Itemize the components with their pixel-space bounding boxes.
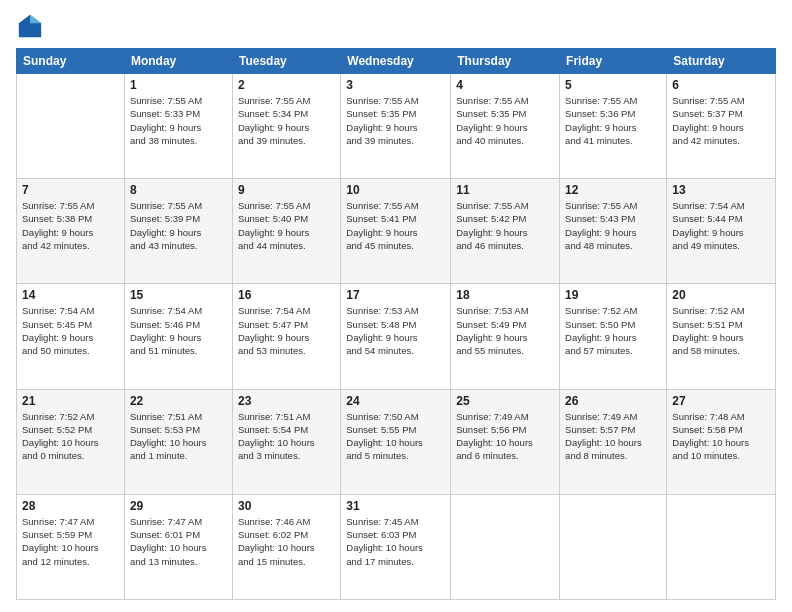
day-number: 4 [456, 78, 554, 92]
day-cell: 3Sunrise: 7:55 AMSunset: 5:35 PMDaylight… [341, 74, 451, 179]
day-number: 21 [22, 394, 119, 408]
day-info: Sunrise: 7:46 AMSunset: 6:02 PMDaylight:… [238, 515, 335, 568]
day-info: Sunrise: 7:53 AMSunset: 5:48 PMDaylight:… [346, 304, 445, 357]
day-header-friday: Friday [560, 49, 667, 74]
day-number: 30 [238, 499, 335, 513]
day-number: 6 [672, 78, 770, 92]
day-header-saturday: Saturday [667, 49, 776, 74]
day-info: Sunrise: 7:55 AMSunset: 5:39 PMDaylight:… [130, 199, 227, 252]
day-info: Sunrise: 7:55 AMSunset: 5:41 PMDaylight:… [346, 199, 445, 252]
day-info: Sunrise: 7:47 AMSunset: 6:01 PMDaylight:… [130, 515, 227, 568]
day-number: 9 [238, 183, 335, 197]
day-number: 11 [456, 183, 554, 197]
day-info: Sunrise: 7:55 AMSunset: 5:37 PMDaylight:… [672, 94, 770, 147]
day-number: 26 [565, 394, 661, 408]
day-cell [667, 494, 776, 599]
header [16, 12, 776, 40]
week-row-3: 21Sunrise: 7:52 AMSunset: 5:52 PMDayligh… [17, 389, 776, 494]
day-number: 22 [130, 394, 227, 408]
day-info: Sunrise: 7:55 AMSunset: 5:34 PMDaylight:… [238, 94, 335, 147]
day-header-monday: Monday [124, 49, 232, 74]
day-number: 12 [565, 183, 661, 197]
day-info: Sunrise: 7:55 AMSunset: 5:38 PMDaylight:… [22, 199, 119, 252]
day-info: Sunrise: 7:55 AMSunset: 5:43 PMDaylight:… [565, 199, 661, 252]
page: SundayMondayTuesdayWednesdayThursdayFrid… [0, 0, 792, 612]
day-cell: 15Sunrise: 7:54 AMSunset: 5:46 PMDayligh… [124, 284, 232, 389]
day-info: Sunrise: 7:50 AMSunset: 5:55 PMDaylight:… [346, 410, 445, 463]
day-number: 25 [456, 394, 554, 408]
day-cell: 19Sunrise: 7:52 AMSunset: 5:50 PMDayligh… [560, 284, 667, 389]
day-cell: 22Sunrise: 7:51 AMSunset: 5:53 PMDayligh… [124, 389, 232, 494]
day-number: 10 [346, 183, 445, 197]
day-info: Sunrise: 7:55 AMSunset: 5:35 PMDaylight:… [346, 94, 445, 147]
week-row-1: 7Sunrise: 7:55 AMSunset: 5:38 PMDaylight… [17, 179, 776, 284]
day-number: 29 [130, 499, 227, 513]
week-row-4: 28Sunrise: 7:47 AMSunset: 5:59 PMDayligh… [17, 494, 776, 599]
day-cell: 1Sunrise: 7:55 AMSunset: 5:33 PMDaylight… [124, 74, 232, 179]
day-info: Sunrise: 7:53 AMSunset: 5:49 PMDaylight:… [456, 304, 554, 357]
day-cell: 2Sunrise: 7:55 AMSunset: 5:34 PMDaylight… [232, 74, 340, 179]
day-number: 8 [130, 183, 227, 197]
day-info: Sunrise: 7:55 AMSunset: 5:36 PMDaylight:… [565, 94, 661, 147]
day-header-tuesday: Tuesday [232, 49, 340, 74]
day-cell: 16Sunrise: 7:54 AMSunset: 5:47 PMDayligh… [232, 284, 340, 389]
day-number: 1 [130, 78, 227, 92]
day-info: Sunrise: 7:55 AMSunset: 5:40 PMDaylight:… [238, 199, 335, 252]
day-cell: 21Sunrise: 7:52 AMSunset: 5:52 PMDayligh… [17, 389, 125, 494]
day-info: Sunrise: 7:47 AMSunset: 5:59 PMDaylight:… [22, 515, 119, 568]
day-cell: 30Sunrise: 7:46 AMSunset: 6:02 PMDayligh… [232, 494, 340, 599]
day-number: 3 [346, 78, 445, 92]
day-number: 19 [565, 288, 661, 302]
day-cell: 14Sunrise: 7:54 AMSunset: 5:45 PMDayligh… [17, 284, 125, 389]
day-info: Sunrise: 7:54 AMSunset: 5:45 PMDaylight:… [22, 304, 119, 357]
day-cell: 23Sunrise: 7:51 AMSunset: 5:54 PMDayligh… [232, 389, 340, 494]
day-cell: 17Sunrise: 7:53 AMSunset: 5:48 PMDayligh… [341, 284, 451, 389]
day-cell: 7Sunrise: 7:55 AMSunset: 5:38 PMDaylight… [17, 179, 125, 284]
day-cell: 24Sunrise: 7:50 AMSunset: 5:55 PMDayligh… [341, 389, 451, 494]
day-cell: 28Sunrise: 7:47 AMSunset: 5:59 PMDayligh… [17, 494, 125, 599]
logo-icon [16, 12, 44, 40]
day-info: Sunrise: 7:54 AMSunset: 5:44 PMDaylight:… [672, 199, 770, 252]
day-cell: 31Sunrise: 7:45 AMSunset: 6:03 PMDayligh… [341, 494, 451, 599]
day-cell: 25Sunrise: 7:49 AMSunset: 5:56 PMDayligh… [451, 389, 560, 494]
day-info: Sunrise: 7:52 AMSunset: 5:52 PMDaylight:… [22, 410, 119, 463]
header-row: SundayMondayTuesdayWednesdayThursdayFrid… [17, 49, 776, 74]
day-header-thursday: Thursday [451, 49, 560, 74]
day-cell: 4Sunrise: 7:55 AMSunset: 5:35 PMDaylight… [451, 74, 560, 179]
day-number: 17 [346, 288, 445, 302]
day-number: 13 [672, 183, 770, 197]
day-cell: 29Sunrise: 7:47 AMSunset: 6:01 PMDayligh… [124, 494, 232, 599]
day-cell: 13Sunrise: 7:54 AMSunset: 5:44 PMDayligh… [667, 179, 776, 284]
day-cell: 18Sunrise: 7:53 AMSunset: 5:49 PMDayligh… [451, 284, 560, 389]
day-cell: 5Sunrise: 7:55 AMSunset: 5:36 PMDaylight… [560, 74, 667, 179]
day-cell [17, 74, 125, 179]
day-number: 5 [565, 78, 661, 92]
day-info: Sunrise: 7:51 AMSunset: 5:53 PMDaylight:… [130, 410, 227, 463]
day-number: 20 [672, 288, 770, 302]
day-cell [560, 494, 667, 599]
day-number: 23 [238, 394, 335, 408]
day-info: Sunrise: 7:52 AMSunset: 5:51 PMDaylight:… [672, 304, 770, 357]
day-number: 16 [238, 288, 335, 302]
day-cell: 11Sunrise: 7:55 AMSunset: 5:42 PMDayligh… [451, 179, 560, 284]
calendar-table: SundayMondayTuesdayWednesdayThursdayFrid… [16, 48, 776, 600]
day-info: Sunrise: 7:55 AMSunset: 5:33 PMDaylight:… [130, 94, 227, 147]
day-number: 14 [22, 288, 119, 302]
day-cell: 12Sunrise: 7:55 AMSunset: 5:43 PMDayligh… [560, 179, 667, 284]
day-info: Sunrise: 7:54 AMSunset: 5:47 PMDaylight:… [238, 304, 335, 357]
day-header-sunday: Sunday [17, 49, 125, 74]
day-number: 18 [456, 288, 554, 302]
week-row-2: 14Sunrise: 7:54 AMSunset: 5:45 PMDayligh… [17, 284, 776, 389]
day-cell: 26Sunrise: 7:49 AMSunset: 5:57 PMDayligh… [560, 389, 667, 494]
day-number: 7 [22, 183, 119, 197]
day-info: Sunrise: 7:52 AMSunset: 5:50 PMDaylight:… [565, 304, 661, 357]
day-cell: 20Sunrise: 7:52 AMSunset: 5:51 PMDayligh… [667, 284, 776, 389]
day-info: Sunrise: 7:51 AMSunset: 5:54 PMDaylight:… [238, 410, 335, 463]
day-info: Sunrise: 7:45 AMSunset: 6:03 PMDaylight:… [346, 515, 445, 568]
day-cell: 9Sunrise: 7:55 AMSunset: 5:40 PMDaylight… [232, 179, 340, 284]
day-number: 24 [346, 394, 445, 408]
day-cell: 27Sunrise: 7:48 AMSunset: 5:58 PMDayligh… [667, 389, 776, 494]
logo [16, 12, 48, 40]
day-cell [451, 494, 560, 599]
svg-marker-1 [30, 15, 41, 23]
